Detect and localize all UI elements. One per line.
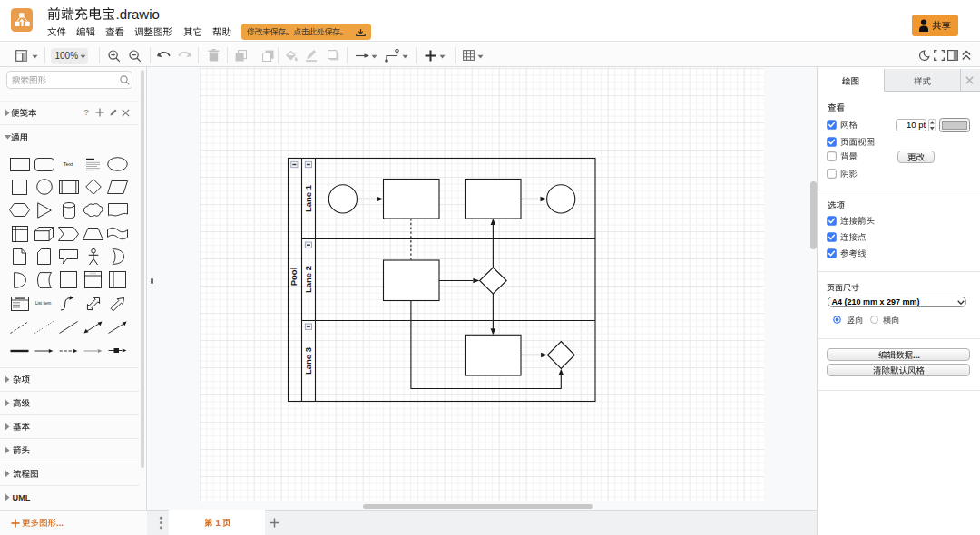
svg-text:Lane 3: Lane 3 (303, 347, 313, 374)
svg-text:Lane 2: Lane 2 (303, 266, 313, 293)
svg-text:Pool: Pool (289, 268, 299, 287)
svg-text:Lane 1: Lane 1 (303, 184, 313, 212)
